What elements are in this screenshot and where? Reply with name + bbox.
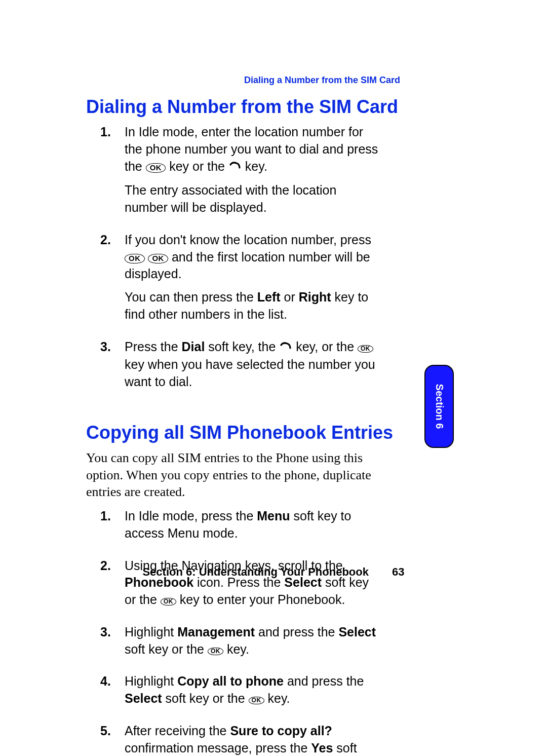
footer-title: Section 6: Understanding Your Phonebook (142, 565, 369, 578)
running-head: Dialing a Number from the SIM Card (244, 75, 400, 86)
step-text: After receiving the Sure to copy all? co… (125, 723, 380, 756)
list-item: 2. If you don't know the location number… (86, 232, 380, 329)
heading-copy-sim: Copying all SIM Phonebook Entries (86, 422, 461, 443)
list-item: 1. In Idle mode, enter the location numb… (86, 124, 380, 222)
ok-key-icon: OK (146, 163, 166, 173)
steps-dialing-sim: 1. In Idle mode, enter the location numb… (86, 124, 380, 397)
call-key-icon (228, 159, 242, 176)
ok-key-icon: OK (148, 254, 168, 264)
page-number: 63 (392, 565, 404, 579)
section-tab-label: Section 6 (434, 384, 445, 429)
step-number: 3. (86, 624, 125, 664)
step-text: If you don't know the location number, p… (125, 232, 380, 283)
list-item: 3. Highlight Management and press the Se… (86, 624, 380, 664)
heading-dialing-sim: Dialing a Number from the SIM Card (86, 96, 461, 118)
ok-key-icon: OK (208, 648, 223, 655)
step-text: Highlight Copy all to phone and press th… (125, 673, 380, 707)
step-text: In Idle mode, press the Menu soft key to… (125, 508, 380, 542)
step-text: Press the Dial soft key, the key, or the… (125, 338, 380, 391)
intro-text: You can copy all SIM entries to the Phon… (86, 449, 380, 501)
steps-copy-sim: 1. In Idle mode, press the Menu soft key… (86, 508, 380, 756)
manual-page: Dialing a Number from the SIM Card Diali… (0, 0, 547, 756)
ok-key-icon: OK (249, 697, 264, 704)
step-number: 5. (86, 723, 125, 756)
list-item: 3. Press the Dial soft key, the key, or … (86, 338, 380, 397)
section-tab: Section 6 (424, 365, 454, 448)
call-key-icon (279, 339, 292, 357)
step-text: Highlight Management and press the Selec… (125, 624, 380, 658)
list-item: 5. After receiving the Sure to copy all?… (86, 723, 380, 756)
list-item: 1. In Idle mode, press the Menu soft key… (86, 508, 380, 548)
step-text: In Idle mode, enter the location number … (125, 124, 380, 176)
step-number: 1. (86, 508, 125, 548)
step-text: Using the Navigation keys, scroll to the… (125, 557, 380, 609)
step-number: 3. (86, 338, 125, 397)
step-text: The entry associated with the location n… (125, 182, 380, 216)
page-footer: Section 6: Understanding Your Phonebook … (0, 565, 547, 579)
step-number: 4. (86, 673, 125, 713)
step-number: 2. (86, 232, 125, 329)
step-number: 1. (86, 124, 125, 222)
step-text: You can then press the Left or Right key… (125, 289, 380, 323)
list-item: 4. Highlight Copy all to phone and press… (86, 673, 380, 713)
ok-key-icon: OK (161, 598, 176, 606)
ok-key-icon: OK (358, 345, 373, 353)
ok-key-icon: OK (125, 254, 145, 264)
